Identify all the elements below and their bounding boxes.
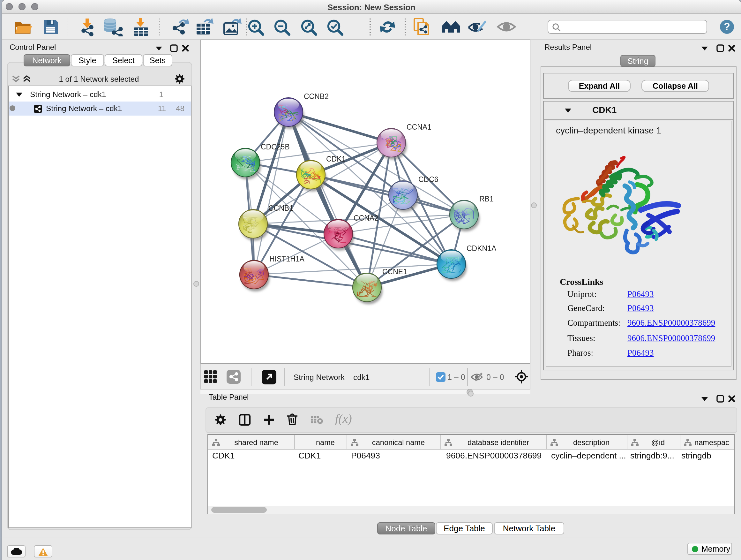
svg-text:CDC6: CDC6: [418, 175, 439, 184]
svg-text:CDK1: CDK1: [326, 155, 346, 163]
svg-text:CCNB1: CCNB1: [268, 204, 293, 212]
svg-text:CCNB2: CCNB2: [304, 92, 329, 101]
svg-text:HIST1H1A: HIST1H1A: [269, 255, 305, 263]
svg-text:CDKN1A: CDKN1A: [467, 244, 496, 253]
svg-text:CCNA1: CCNA1: [407, 123, 431, 131]
svg-text:CDC25B: CDC25B: [261, 143, 290, 151]
svg-text:RB1: RB1: [479, 195, 494, 203]
svg-text:CCNA2: CCNA2: [354, 214, 379, 222]
svg-text:CCNE1: CCNE1: [382, 267, 407, 276]
